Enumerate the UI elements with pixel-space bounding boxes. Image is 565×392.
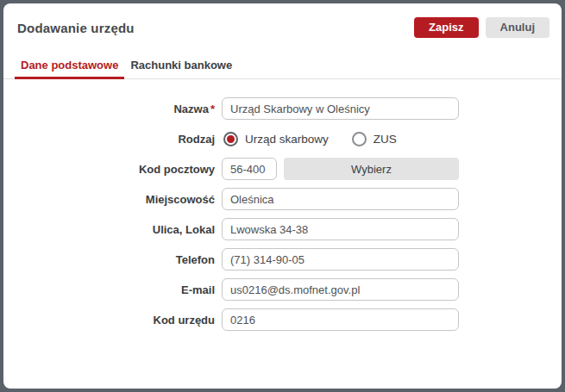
radio-urzad-skarbowy[interactable]: Urząd skarbowy xyxy=(223,132,329,146)
nazwa-input[interactable] xyxy=(222,97,459,120)
kod-pocztowy-input[interactable] xyxy=(222,158,277,180)
field-row-miejscowosc: Miejscowość xyxy=(3,188,562,210)
kod-urzedu-label: Kod urzędu xyxy=(3,314,215,327)
ulica-lokal-input[interactable] xyxy=(222,218,459,240)
ulica-lokal-label: Ulica, Lokal xyxy=(3,223,215,236)
field-row-telefon: Telefon xyxy=(3,248,562,271)
dialog-add-office: Dodawanie urzędu Zapisz Anuluj Dane pods… xyxy=(3,3,562,389)
email-label: E-mail xyxy=(3,283,215,296)
header-buttons: Zapisz Anuluj xyxy=(414,17,549,38)
modal-frame: Dodawanie urzędu Zapisz Anuluj Dane pods… xyxy=(0,0,565,392)
kod-pocztowy-label: Kod pocztowy xyxy=(3,163,215,176)
nazwa-label-text: Nazwa xyxy=(173,103,208,115)
field-row-email: E-mail xyxy=(3,278,562,301)
tab-rachunki-bankowe[interactable]: Rachunki bankowe xyxy=(124,52,238,79)
telefon-input[interactable] xyxy=(222,248,459,271)
field-row-nazwa: Nazwa* xyxy=(3,97,562,120)
field-row-rodzaj: Rodzaj Urząd skarbowy ZUS xyxy=(3,128,562,150)
radio-zus[interactable]: ZUS xyxy=(352,132,397,146)
tab-dane-podstawowe[interactable]: Dane podstawowe xyxy=(15,52,124,79)
dialog-title: Dodawanie urzędu xyxy=(17,21,135,35)
radio-checked-icon xyxy=(223,132,238,146)
rodzaj-radio-group: Urząd skarbowy ZUS xyxy=(222,132,397,146)
field-row-ulica-lokal: Ulica, Lokal xyxy=(3,218,562,240)
kod-urzedu-input[interactable] xyxy=(222,308,459,331)
telefon-label: Telefon xyxy=(3,253,215,266)
cancel-button[interactable]: Anuluj xyxy=(486,17,549,38)
tab-bar: Dane podstawowe Rachunki bankowe xyxy=(3,52,562,79)
miejscowosc-label: Miejscowość xyxy=(3,193,215,206)
save-button[interactable]: Zapisz xyxy=(414,17,478,38)
radio-urzad-skarbowy-label: Urząd skarbowy xyxy=(245,133,329,146)
required-asterisk: * xyxy=(210,103,215,115)
basic-data-form: Nazwa* Rodzaj Urząd skarbowy ZU xyxy=(3,97,562,331)
rodzaj-label: Rodzaj xyxy=(3,133,215,146)
wybierz-button[interactable]: Wybierz xyxy=(284,158,459,180)
nazwa-label: Nazwa* xyxy=(3,103,215,115)
dialog-header: Dodawanie urzędu Zapisz Anuluj xyxy=(3,3,562,40)
miejscowosc-input[interactable] xyxy=(222,188,459,210)
radio-zus-label: ZUS xyxy=(374,133,397,146)
field-row-kod-pocztowy: Kod pocztowy Wybierz xyxy=(3,158,562,180)
field-row-kod-urzedu: Kod urzędu xyxy=(3,308,562,331)
radio-unchecked-icon xyxy=(352,132,367,146)
email-input[interactable] xyxy=(222,278,459,301)
